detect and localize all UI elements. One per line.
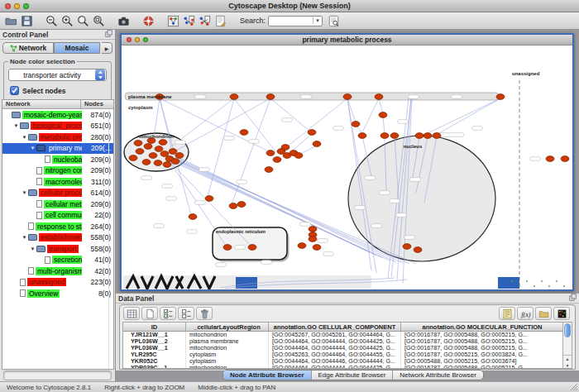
delete-attribute-icon[interactable] <box>196 307 213 320</box>
graph-node[interactable] <box>136 149 144 155</box>
attribute-list-icon[interactable] <box>499 307 515 320</box>
graph-node[interactable] <box>175 153 184 159</box>
network-overview-icon[interactable] <box>165 14 181 28</box>
network-view-window[interactable]: primary metabolic process plasma membran… <box>120 33 574 291</box>
graph-node[interactable] <box>240 130 248 136</box>
graph-node[interactable] <box>223 245 232 251</box>
graph-node[interactable] <box>265 167 273 173</box>
graph-node[interactable] <box>313 141 321 147</box>
graph-node[interactable] <box>415 133 423 139</box>
graph-node[interactable] <box>266 94 275 100</box>
graph-node[interactable] <box>273 157 281 163</box>
window-titlebar[interactable]: Cytoscape Desktop (New Session) <box>0 0 579 12</box>
graph-node[interactable] <box>149 153 157 159</box>
graph-node[interactable] <box>142 160 151 165</box>
float-data-panel-icon[interactable] <box>569 294 577 303</box>
graph-node[interactable] <box>163 162 171 168</box>
help-lifesaver-icon[interactable] <box>141 14 156 28</box>
graph-node[interactable] <box>423 133 432 139</box>
graph-node[interactable] <box>309 227 317 232</box>
search-options-icon[interactable] <box>326 14 342 28</box>
tree-row-response-to-stimulu[interactable]: response to stimulu264(0) <box>2 221 113 232</box>
graph-node[interactable] <box>309 237 317 242</box>
tree-row-primary-metabo[interactable]: ▼primary metabo209(... <box>2 143 113 155</box>
tab-network[interactable]: Network <box>2 42 54 54</box>
tree-row-multi-organism-pro[interactable]: multi-organism pro42(0) <box>2 265 113 277</box>
tree-column-nodes[interactable]: Nodes <box>81 100 113 108</box>
attribute-table-icon[interactable] <box>123 307 140 320</box>
select-nodes-checkbox[interactable] <box>10 86 19 95</box>
table-row[interactable]: YDR039C__1mitochondrion[GO:0044464, GO:0… <box>123 365 572 369</box>
graph-node[interactable] <box>308 130 316 136</box>
graph-node[interactable] <box>561 156 569 162</box>
graph-node[interactable] <box>403 244 411 250</box>
node-color-dropdown[interactable]: transporter activity <box>8 69 107 81</box>
tree-row-overview[interactable]: Overview8(0) <box>2 288 113 299</box>
column-header[interactable]: _cellularLayoutRegion <box>186 323 269 331</box>
graph-node[interactable] <box>358 133 366 139</box>
search-input[interactable]: ▾ <box>268 16 323 26</box>
graph-node[interactable] <box>266 151 275 156</box>
graph-node[interactable] <box>205 196 213 202</box>
graph-node[interactable] <box>496 94 505 100</box>
graph-node[interactable] <box>294 153 303 159</box>
graph-node[interactable] <box>154 160 162 166</box>
tab-edge-attribute-browser[interactable]: Edge Attribute Browser <box>312 370 394 380</box>
tree-row-nitrogen-compo[interactable]: nitrogen compo209(0) <box>2 165 113 177</box>
graph-node[interactable] <box>390 133 399 139</box>
tree-row-metabolic-process[interactable]: ▼metabolic process280(0) <box>2 131 113 143</box>
graph-node[interactable] <box>343 94 352 100</box>
graph-node[interactable] <box>298 243 306 249</box>
expander-icon[interactable]: ▼ <box>21 235 28 240</box>
column-header[interactable]: annotation.GO CELLULAR_COMPONENT <box>269 323 401 331</box>
tree-row-mosaic-demo-yeast[interactable]: mosaic-demo-yeast874(0) <box>2 109 113 121</box>
expander-icon[interactable]: ▼ <box>21 135 28 140</box>
network-canvas[interactable]: plasma membranecytoplasmmitochondrionnuc… <box>122 45 572 289</box>
column-header[interactable]: ID <box>123 323 186 331</box>
graph-node[interactable] <box>379 112 387 118</box>
import-attributes-icon[interactable] <box>535 307 552 320</box>
unselect-attributes-icon[interactable] <box>178 307 194 320</box>
open-session-icon[interactable] <box>3 14 19 28</box>
new-attribute-icon[interactable] <box>141 307 158 320</box>
graph-node[interactable] <box>189 214 197 220</box>
save-session-icon[interactable] <box>19 14 35 28</box>
tab-node-attribute-browser[interactable]: Node Attribute Browser <box>223 370 312 380</box>
expander-icon[interactable]: ▼ <box>21 190 28 195</box>
zoom-fit-icon[interactable] <box>91 14 107 28</box>
graph-node[interactable] <box>134 141 142 146</box>
scrollbar-thumb[interactable] <box>564 323 571 337</box>
graph-node[interactable] <box>281 145 290 151</box>
zoom-out-icon[interactable] <box>44 14 60 28</box>
tree-row-transport[interactable]: ▼transport558(0) <box>2 243 113 255</box>
table-row[interactable]: YPL036W__1mitochondrion[GO:0044464, GO:0… <box>123 345 572 351</box>
table-row[interactable]: YPL036W__2plasma membrane[GO:0044464, GO… <box>123 338 572 345</box>
tree-row-cell-communicat[interactable]: cell communicat22(0) <box>2 210 113 222</box>
graph-node[interactable] <box>237 202 246 208</box>
graph-node[interactable] <box>129 155 137 161</box>
tree-column-network[interactable]: Network <box>2 100 81 108</box>
graph-node[interactable] <box>230 94 238 100</box>
graph-node[interactable] <box>248 245 256 251</box>
tab-network-attribute-browser[interactable]: Network Attribute Browser <box>393 370 482 380</box>
graph-node[interactable] <box>546 156 554 162</box>
graph-node[interactable] <box>375 94 383 100</box>
table-row[interactable]: YJR121W__1mitochondrion[GO:0045267, GO:0… <box>123 332 572 338</box>
float-panel-icon[interactable] <box>105 30 112 39</box>
tree-row-macromolecule[interactable]: macromolecule311(0) <box>2 176 113 188</box>
graph-node[interactable] <box>144 144 152 150</box>
graph-node[interactable] <box>414 247 422 253</box>
table-row[interactable]: YKR052Ccytoplasm[GO:0044464, GO:0044446,… <box>123 358 572 365</box>
table-scrollbar[interactable]: ▲▼ <box>562 323 572 368</box>
tab-overflow-arrow[interactable]: ▶ <box>102 42 112 54</box>
copy-view-2-icon[interactable] <box>197 14 213 28</box>
graph-node[interactable] <box>155 146 163 152</box>
tree-row-unassigned[interactable]: unassigned223(0) <box>2 277 113 289</box>
graph-node[interactable] <box>160 151 169 157</box>
select-attributes-icon[interactable] <box>160 307 176 320</box>
zoom-in-icon[interactable] <box>60 14 75 28</box>
copy-view-1-icon[interactable] <box>181 14 197 28</box>
graph-node[interactable] <box>169 149 177 155</box>
graph-node[interactable] <box>380 133 389 139</box>
graph-node[interactable] <box>352 122 360 127</box>
